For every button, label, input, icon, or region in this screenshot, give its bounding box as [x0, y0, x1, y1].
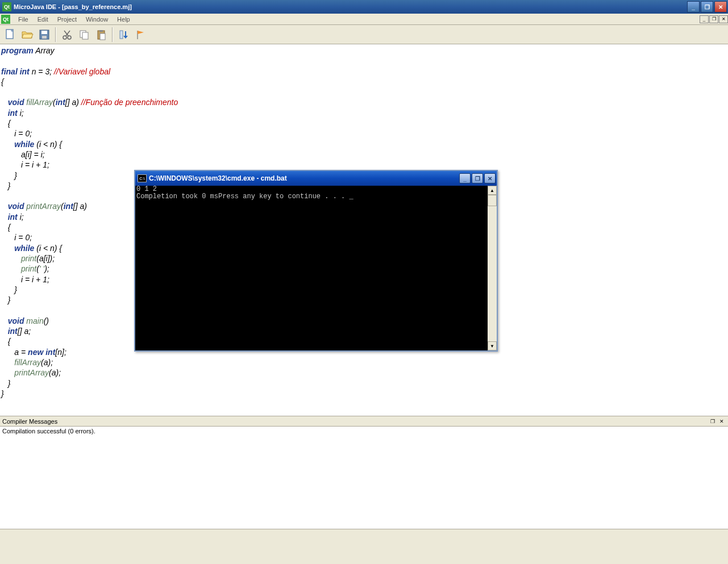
paste-button[interactable] [93, 27, 109, 43]
compiler-panel-header: Compiler Messages ❐ ✕ [0, 416, 728, 427]
open-folder-icon [21, 29, 34, 40]
mdi-close-button[interactable]: ✕ [719, 15, 728, 23]
code-text: { [1, 337, 10, 346]
code-text: (i < n) { [34, 244, 62, 253]
svg-rect-9 [99, 30, 103, 32]
code-text [1, 244, 14, 253]
mdi-minimize-button[interactable]: _ [700, 15, 709, 23]
cmd-icon: C:\ [138, 174, 147, 182]
code-keyword: int [64, 202, 73, 211]
code-text: { [1, 119, 10, 128]
code-keyword: final int [1, 67, 30, 76]
menu-edit[interactable]: Edit [33, 15, 53, 24]
open-file-button[interactable] [19, 27, 35, 43]
code-text: } [1, 389, 4, 398]
console-scrollbar[interactable]: ▲ ▼ [488, 186, 497, 350]
menubar: Qt File Edit Project Window Help _ ❐ ✕ [0, 14, 728, 25]
menu-window[interactable]: Window [81, 15, 113, 24]
menu-project[interactable]: Project [53, 15, 81, 24]
code-text [1, 358, 14, 367]
console-output[interactable]: 0 1 2 Completion took 0 msPress any key … [135, 186, 488, 350]
console-maximize-button[interactable]: ❐ [472, 173, 483, 183]
code-text [1, 254, 21, 263]
code-text: (a[i]); [36, 254, 55, 263]
compiler-messages[interactable]: Compilation successful (0 errors). [0, 427, 728, 529]
compiler-panel-restore-button[interactable]: ❐ [709, 417, 717, 425]
code-text [1, 264, 21, 273]
code-function: main [26, 316, 43, 325]
code-comment: //Função de preenchimento [81, 98, 178, 107]
compiler-panel-close-button[interactable]: ✕ [718, 417, 726, 425]
new-file-icon [5, 28, 16, 41]
code-text: } [1, 295, 10, 304]
cut-button[interactable] [59, 27, 75, 43]
code-text: (a); [41, 358, 53, 367]
code-text: [] a) [65, 98, 81, 107]
minimize-button[interactable]: _ [687, 1, 700, 12]
scroll-track[interactable] [488, 206, 497, 341]
code-text: } [1, 181, 10, 190]
code-text: i; [18, 212, 24, 222]
compiler-panel-title: Compiler Messages [2, 418, 708, 425]
svg-rect-11 [120, 31, 123, 39]
code-text: (a); [49, 368, 61, 377]
code-text: [n]; [55, 348, 66, 357]
code-comment: //Variavel global [54, 67, 110, 76]
mdi-restore-button[interactable]: ❐ [709, 15, 718, 23]
code-function: print [21, 254, 36, 263]
code-text: () [44, 316, 49, 325]
code-text: a = [1, 348, 28, 357]
code-keyword: int [8, 327, 18, 336]
svg-point-4 [63, 36, 66, 39]
svg-rect-3 [42, 36, 47, 39]
toolbar-separator-1 [55, 27, 56, 42]
save-button[interactable] [36, 27, 52, 43]
code-keyword: int [56, 98, 65, 107]
qt-icon: Qt [1, 15, 10, 24]
scroll-down-button[interactable]: ▼ [488, 341, 497, 350]
menu-help[interactable]: Help [113, 15, 135, 24]
code-text: { [1, 223, 10, 232]
code-text: [] a) [73, 202, 87, 211]
code-text [1, 212, 8, 222]
code-keyword: void [8, 316, 24, 325]
console-titlebar[interactable]: C:\ C:\WINDOWS\system32\cmd.exe - cmd.ba… [135, 171, 497, 186]
copy-button[interactable] [76, 27, 92, 43]
scroll-thumb[interactable] [488, 195, 497, 206]
build-button[interactable] [116, 27, 132, 43]
console-minimize-button[interactable]: _ [459, 173, 471, 183]
code-text: (i < n) { [34, 140, 62, 149]
svg-rect-10 [100, 34, 105, 40]
code-text [1, 140, 14, 149]
code-keyword: void [8, 202, 24, 211]
code-text: } [1, 285, 17, 294]
save-icon [39, 29, 50, 40]
code-text [1, 202, 8, 211]
code-keyword: int [8, 108, 18, 118]
code-function: print [21, 264, 36, 273]
console-line: Completion took 0 msPress any key to con… [136, 193, 353, 200]
svg-point-5 [68, 36, 71, 39]
code-text [1, 368, 14, 377]
code-keyword: program [1, 46, 34, 55]
code-text: n = 3; [30, 67, 54, 76]
run-button[interactable] [133, 27, 149, 43]
code-text: Array [34, 46, 55, 55]
code-text: i = i + 1; [1, 160, 49, 169]
main-titlebar: Qt MicroJava IDE - [pass_by_reference.mj… [0, 0, 728, 14]
code-keyword: int [8, 212, 18, 222]
console-close-button[interactable]: ✕ [484, 173, 496, 183]
code-text: } [1, 171, 17, 180]
paste-icon [95, 29, 107, 40]
scroll-up-button[interactable]: ▲ [488, 186, 497, 195]
code-text [1, 316, 8, 325]
close-button[interactable]: ✕ [714, 1, 727, 12]
code-function: printArray [26, 202, 61, 211]
code-text: a[i] = i; [1, 150, 45, 159]
code-text: i = 0; [1, 233, 32, 242]
menu-file[interactable]: File [14, 15, 33, 24]
new-file-button[interactable] [2, 27, 18, 43]
toolbar [0, 25, 728, 44]
maximize-button[interactable]: ❐ [701, 1, 713, 12]
compiler-panel: Compiler Messages ❐ ✕ Compilation succes… [0, 416, 728, 529]
